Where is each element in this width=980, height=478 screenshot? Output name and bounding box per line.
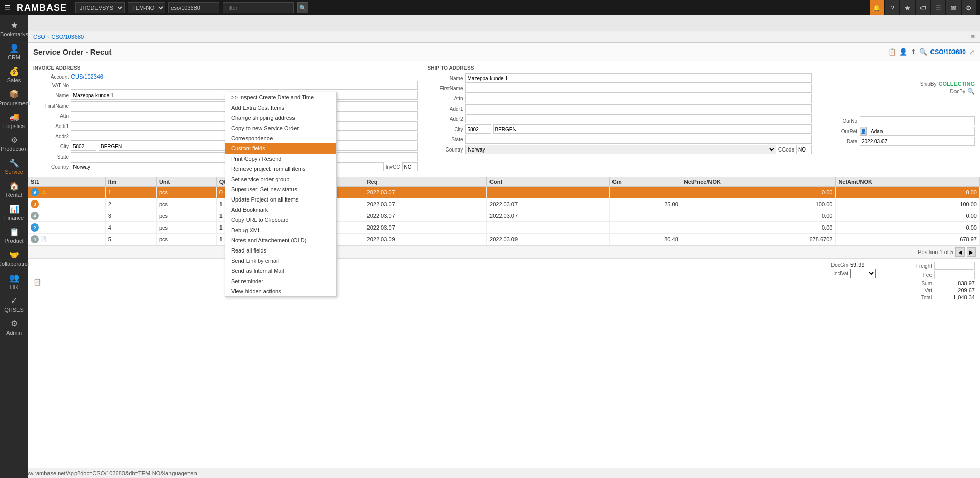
copy-icon-btn[interactable]: 📋 — [888, 48, 896, 56]
freight-input[interactable] — [934, 262, 975, 270]
menu-item-correspondence[interactable]: Correspondence — [225, 133, 336, 143]
ship-attn-input[interactable] — [465, 94, 812, 103]
template-select[interactable]: TEM-NO — [128, 2, 165, 13]
ourref-icon[interactable]: 👤 — [860, 127, 867, 136]
cell-unit: pcs — [156, 222, 216, 234]
ourno-input[interactable] — [860, 116, 975, 125]
menu-item-debug-xml[interactable]: Debug XML — [225, 225, 336, 235]
tag-button[interactable]: 🏷 — [916, 0, 930, 15]
collapse-icon[interactable]: ≡ — [971, 33, 975, 40]
star-button[interactable]: ★ — [900, 0, 915, 15]
sidebar-item-admin[interactable]: ⚙ Admin — [0, 316, 28, 339]
rental-icon: 🏠 — [9, 181, 19, 191]
ship-state-input[interactable] — [465, 135, 812, 144]
ship-addr2-input[interactable] — [465, 114, 812, 123]
next-page-button[interactable]: ▶ — [967, 247, 976, 257]
table-row[interactable]: 2 4 pcs 1 📄 😊 2022.03.07 0.00 0.00 — [28, 222, 980, 234]
sidebar-item-hr[interactable]: 👥 HR — [0, 270, 28, 293]
menu-item-change-shipping[interactable]: Change shipping address — [225, 113, 336, 123]
help-button[interactable]: ? — [885, 0, 899, 15]
menu-item-send-internal[interactable]: Send as Internal Mail — [225, 266, 336, 276]
filter-input[interactable] — [223, 2, 294, 13]
invcc-input[interactable] — [402, 162, 418, 171]
table-row[interactable]: 4 📄 5 pcs 1 📄 😊 2022.03.09 2022.03.09 80… — [28, 234, 980, 245]
sidebar-item-qhses[interactable]: ✓ QHSES — [0, 293, 28, 316]
upload-icon-btn[interactable]: ⬆ — [911, 48, 916, 56]
menu-item-view-hidden[interactable]: View hidden actions — [225, 286, 336, 296]
cell-st1: 3 — [28, 198, 105, 210]
menu-item-notes[interactable]: Notes and Attachement (OLD) — [225, 235, 336, 245]
account-value[interactable]: CUS/102346 — [71, 73, 103, 80]
menu-item-read-fields[interactable]: Read all fields — [225, 245, 336, 256]
menu-item-superuser[interactable]: Superuser: Set new status — [225, 184, 336, 194]
ship-addr1-input[interactable] — [465, 104, 812, 113]
sidebar-item-sales[interactable]: 💰 Sales — [0, 63, 28, 86]
company-select[interactable]: JHCDEVSYS — [75, 2, 125, 13]
vatno-input[interactable] — [71, 81, 418, 90]
user-icon-btn[interactable]: 👤 — [899, 48, 908, 56]
invcc-label: InvCC — [386, 164, 400, 170]
menu-item-custom-fields[interactable]: Custom fields — [225, 143, 336, 154]
ccode-input[interactable] — [796, 145, 812, 154]
prev-page-button[interactable]: ◀ — [955, 247, 965, 257]
menu-item-add-extra[interactable]: Add Extra Cost Items — [225, 103, 336, 113]
bell-button[interactable]: 🔔 — [870, 0, 884, 15]
vat-label: Vat — [896, 288, 932, 293]
sidebar-item-collaboration[interactable]: 🤝 Collaboration — [0, 247, 28, 270]
fee-input[interactable] — [934, 271, 975, 279]
table-row[interactable]: 3 2 pcs 1 📄 😊 2022.03.07 2022.03.07 25.0… — [28, 198, 980, 210]
ship-city-code-input[interactable] — [465, 124, 491, 134]
menu-item-set-reminder[interactable]: Set reminder — [225, 276, 336, 286]
menu-item-print-copy[interactable]: Print Copy / Resend — [225, 154, 336, 164]
inclvat-select[interactable] — [850, 269, 876, 278]
fee-label: Fee — [896, 272, 932, 278]
table-row[interactable]: 9 ⚠ 1 pcs 0 2022.03.07 0.00 0.00 — [28, 187, 980, 198]
menu-item-update-project[interactable]: Update Project on all items — [225, 194, 336, 205]
sidebar-item-product[interactable]: 📋 Product — [0, 224, 28, 247]
menu-item-copy-new[interactable]: Copy to new Service Order — [225, 123, 336, 133]
sidebar-item-service[interactable]: 🔧 Service — [0, 155, 28, 178]
status-bar: https://www.rambase.net/App?doc=CSO/1036… — [0, 468, 980, 478]
city-code-input[interactable] — [71, 142, 96, 151]
col-netprice: NetPrice/NOK — [681, 177, 836, 187]
settings-button[interactable]: ⚙ — [962, 0, 976, 15]
cell-gm — [609, 187, 681, 198]
menu-item-inspect[interactable]: >> Inspect Create Date and Time — [225, 92, 336, 103]
sidebar-item-rental[interactable]: 🏠 Rental — [0, 178, 28, 201]
breadcrumb-doc[interactable]: CSO/103680 — [52, 34, 84, 40]
mail-button[interactable]: ✉ — [946, 0, 961, 15]
date-input[interactable] — [860, 137, 975, 146]
collaboration-icon: 🤝 — [9, 250, 19, 260]
sidebar-item-finance[interactable]: 📊 Finance — [0, 201, 28, 224]
menu-item-add-bookmark[interactable]: Add Bookmark — [225, 205, 336, 215]
menu-item-copy-url[interactable]: Copy URL to Clipboard — [225, 215, 336, 225]
menu-item-send-link[interactable]: Send Link by email — [225, 256, 336, 266]
cell-unit: pcs — [156, 234, 216, 245]
hamburger-icon[interactable]: ☰ — [4, 4, 11, 12]
ourref-input[interactable] — [869, 127, 975, 136]
table-row[interactable]: 4 3 pcs 1 📄 😊 2022.03.07 2022.03.07 0.00… — [28, 210, 980, 222]
ship-name-input[interactable] — [465, 73, 812, 83]
st1-badge: 9 — [31, 188, 39, 196]
search-detail-btn[interactable]: 🔍 — [919, 48, 927, 56]
st1-badge: 4 — [31, 235, 39, 243]
sidebar-item-production[interactable]: ⚙ Production — [0, 132, 28, 155]
sidebar-item-procurement[interactable]: 📦 Procurement — [0, 86, 28, 109]
menu-item-remove-project[interactable]: Remove project from all items — [225, 164, 336, 174]
ship-city-name-input[interactable] — [493, 124, 812, 134]
sidebar-item-logistics[interactable]: 🚚 Logistics — [0, 109, 28, 132]
breadcrumb-cso[interactable]: CSO — [33, 34, 45, 40]
docby-search-btn[interactable]: 🔍 — [967, 88, 975, 95]
menu-item-set-group[interactable]: Set service order group — [225, 174, 336, 184]
search-button[interactable]: 🔍 — [297, 2, 308, 13]
top-nav-right: 🔔 ? ★ 🏷 ☰ ✉ ⚙ — [870, 0, 976, 15]
list-button[interactable]: ☰ — [931, 0, 945, 15]
expand-icon[interactable]: ⤢ — [969, 48, 975, 56]
sidebar-item-crm[interactable]: 👤 CRM — [0, 40, 28, 63]
ship-country-select[interactable]: Norway — [465, 145, 776, 154]
sidebar-item-bookmarks[interactable]: ★ Bookmarks — [0, 17, 28, 40]
ship-firstname-input[interactable] — [465, 84, 812, 93]
doc-input[interactable] — [168, 2, 219, 13]
add-row-btn[interactable]: 📋 — [33, 262, 41, 301]
cell-netprice: 678.6702 — [681, 234, 836, 245]
